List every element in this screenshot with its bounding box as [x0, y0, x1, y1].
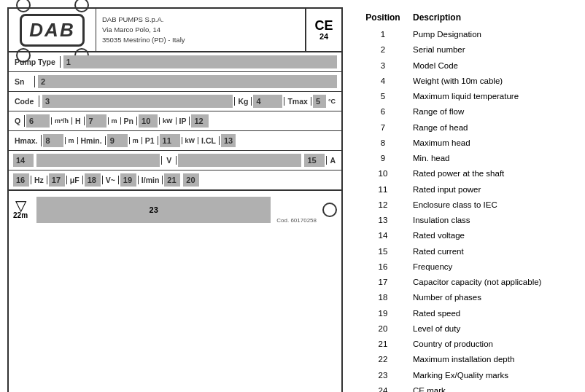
table-cell-pos: 21	[357, 337, 408, 352]
sn-row: Sn 2	[9, 72, 341, 92]
ce-box: CE 24	[305, 9, 341, 51]
hmax-label: Hmax.	[12, 135, 42, 146]
table-row: 17Capacitor capacity (not applicable)	[357, 275, 570, 290]
ce-number: 24	[319, 32, 328, 41]
table-cell-pos: 17	[357, 275, 408, 290]
table-row: 10Rated power at the shaft	[357, 166, 570, 181]
pn-value: 10	[139, 114, 158, 128]
hmax-value: 8	[43, 134, 63, 147]
table-row: 4Weight (with 10m cable)	[357, 74, 570, 89]
a-label: A	[326, 156, 338, 165]
pump-label: DAB DAB PUMPS S.p.A. Via Marco Polo, 14 …	[7, 7, 343, 392]
table-cell-pos: 20	[357, 321, 408, 337]
v-label: V	[161, 156, 177, 165]
table-row: 19Rated speed	[357, 306, 570, 321]
pos20: 20	[183, 173, 199, 187]
tmax-label: Tmax	[284, 97, 311, 106]
code-row: Code 3 Kg 4 Tmax 5 °C	[9, 92, 341, 111]
table-cell-desc: Marking Ex/Quality marks	[408, 368, 570, 383]
table-row: 23Marking Ex/Quality marks	[357, 368, 570, 383]
table-cell-pos: 3	[357, 58, 408, 74]
depth-indicator: ▽ 22m	[13, 200, 28, 219]
table-cell-desc: Range of head	[408, 120, 570, 136]
table-cell-desc: Pump Designation	[408, 27, 570, 42]
table-cell-pos: 18	[357, 290, 408, 305]
hmin-value: 9	[107, 134, 128, 147]
table-cell-desc: Enclosure class to IEC	[408, 197, 570, 213]
hz-row: 16 Hz 17 μF 18 V~ 19 l/min 21 20	[9, 170, 341, 190]
table-cell-pos: 6	[357, 104, 408, 119]
pn-unit: kW	[159, 117, 177, 125]
table-cell-desc: Rated voltage	[408, 228, 570, 243]
table-cell-pos: 10	[357, 166, 408, 181]
table-row: 3Model Code	[357, 58, 570, 74]
ip-pos: 12	[194, 117, 203, 125]
table-row: 12Enclosure class to IEC	[357, 197, 570, 213]
table-row: 22Maximum installation depth	[357, 352, 570, 367]
table-row: 8Maximum head	[357, 136, 570, 151]
table-cell-desc: Level of duty	[408, 321, 570, 337]
q-pos: 6	[29, 117, 34, 125]
table-cell-desc: Frequency	[408, 259, 570, 275]
pump-type-label: Pump Type	[12, 56, 61, 68]
v-tilde-label: V~	[102, 176, 119, 184]
dab-logo-text: DAB	[20, 14, 84, 47]
p1-value: 11	[160, 134, 180, 147]
hmin-unit: m	[129, 137, 142, 144]
h-unit: m	[108, 117, 121, 125]
ip-label: IP	[177, 117, 190, 125]
table-cell-desc: Serial number	[408, 42, 570, 58]
voltage-row: 14 V 15 A	[9, 151, 341, 170]
pn-label: Pn	[121, 117, 137, 125]
code-value: 3	[42, 95, 233, 108]
table-row: 16Frequency	[357, 259, 570, 275]
table-cell-desc: Maximum head	[408, 136, 570, 151]
code-pos: 3	[45, 97, 50, 106]
table-cell-desc: Weight (with 10m cable)	[408, 74, 570, 89]
table-row: 18Number of phases	[357, 290, 570, 305]
table-row: 20Level of duty	[357, 321, 570, 337]
depth-pos-label: 22m	[13, 211, 28, 219]
code-label: Code	[12, 95, 39, 107]
table-cell-pos: 5	[357, 89, 408, 104]
dab-logo-box: DAB	[9, 9, 96, 51]
table-row: 2Serial number	[357, 42, 570, 58]
depth-arrow-icon: ▽	[15, 200, 26, 211]
hz-pos: 16	[13, 173, 29, 187]
table-cell-desc: Rated power at the shaft	[408, 166, 570, 181]
company-name: DAB PUMPS S.p.A.	[102, 15, 185, 25]
table-cell-desc: Maximum installation depth	[408, 352, 570, 367]
table-cell-pos: 8	[357, 136, 408, 151]
table-cell-desc: Insulation class	[408, 213, 570, 228]
lmin-pos: 19	[120, 173, 136, 187]
table-row: 13Insulation class	[357, 213, 570, 228]
table-cell-pos: 15	[357, 244, 408, 259]
corner-circle-tr	[74, 0, 89, 12]
p1-label: P1	[142, 136, 158, 145]
q-row: Q 6 m³/h H 7 m Pn 10 kW IP 12	[9, 111, 341, 131]
table-row: 15Rated current	[357, 244, 570, 259]
kg-pos: 4	[256, 97, 260, 106]
q-unit: m³/h	[51, 117, 72, 125]
col-description-header: Description	[408, 11, 570, 27]
uf-label: μF	[66, 176, 83, 184]
corner-circle-footer-r	[322, 203, 337, 217]
description-table: Position Description 1Pump Designation2S…	[357, 11, 570, 392]
table-cell-pos: 14	[357, 228, 408, 243]
h-pos: 7	[89, 117, 93, 125]
table-cell-pos: 9	[357, 151, 408, 166]
v-tilde-pos: 18	[85, 173, 101, 187]
sn-label: Sn	[12, 76, 35, 87]
table-row: 14Rated voltage	[357, 228, 570, 243]
icl-value: 13	[221, 134, 236, 147]
table-cell-desc: CE mark	[408, 383, 570, 392]
table-row: 5Maximum liquid temperature	[357, 89, 570, 104]
table-row: 6Range of flow	[357, 104, 570, 119]
table-cell-pos: 13	[357, 213, 408, 228]
address-line1: Via Marco Polo, 14	[102, 25, 185, 35]
p1-unit: kW	[182, 137, 199, 144]
sn-value: 2	[38, 75, 337, 88]
sn-pos: 2	[41, 77, 45, 86]
description-panel: Position Description 1Pump Designation2S…	[350, 7, 578, 392]
hmin-label: Hmin.	[78, 136, 106, 145]
